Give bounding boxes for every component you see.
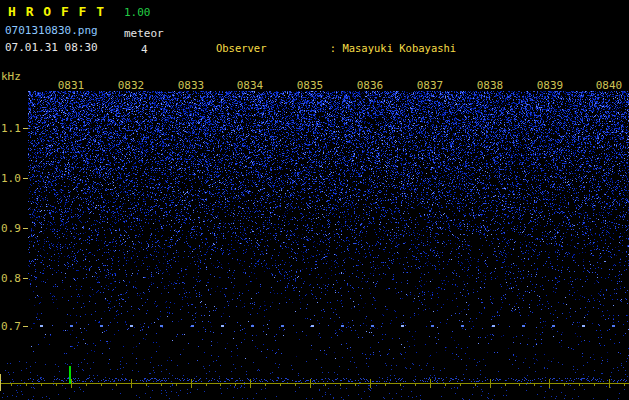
app-title: H R O F F T — [8, 4, 105, 19]
info-value: Masayuki Kobayashi — [342, 42, 456, 54]
freq-axis-unit: kHz — [1, 70, 27, 83]
echo-count: 4 — [141, 43, 148, 56]
output-filename: 0701310830.png — [5, 24, 98, 37]
hrofft-screen: H R O F F T 1.00 0701310830.png meteor 0… — [0, 0, 629, 400]
info-row-observer: Observer: Masayuki Kobayashi — [178, 29, 629, 68]
datetime-label: 07.01.31 08:30 — [5, 41, 98, 54]
info-separator: : — [330, 42, 343, 54]
spectrogram-canvas — [28, 91, 629, 361]
signal-level-canvas — [0, 361, 629, 400]
app-version: 1.00 — [124, 6, 151, 19]
mode-label: meteor — [124, 27, 164, 40]
info-label: Observer — [216, 42, 330, 55]
